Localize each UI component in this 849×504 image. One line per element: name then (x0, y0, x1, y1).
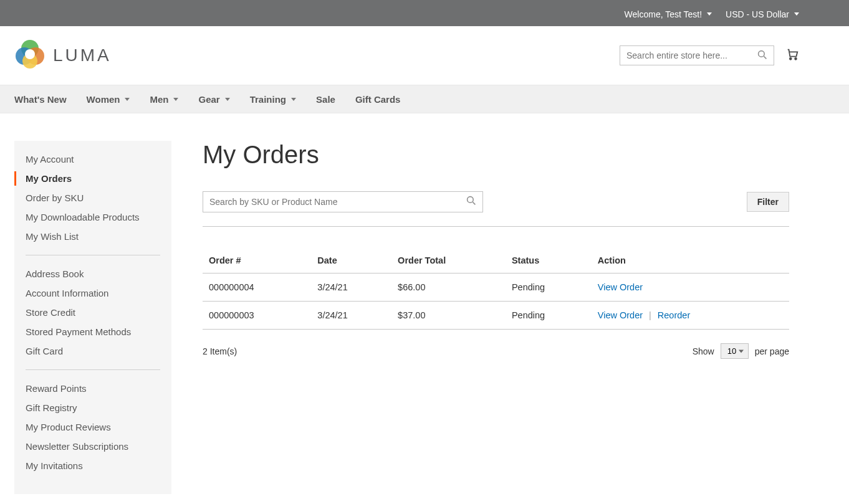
divider (26, 369, 160, 370)
table-row: 0000000043/24/21$66.00PendingView Order (203, 273, 789, 302)
main-nav: What's NewWomenMenGearTrainingSaleGift C… (0, 85, 849, 113)
svg-line-6 (764, 56, 766, 59)
currency-dropdown[interactable]: USD - US Dollar (726, 9, 799, 19)
column-header: Order # (203, 248, 311, 273)
logo-icon (14, 39, 46, 72)
cart-icon[interactable] (785, 47, 799, 64)
divider (203, 226, 789, 227)
column-header: Status (506, 248, 592, 273)
chevron-down-icon (291, 98, 296, 101)
cell-status: Pending (506, 302, 592, 330)
cell-action: View Order (592, 273, 789, 302)
separator: | (649, 310, 651, 320)
nav-item[interactable]: Sale (316, 94, 335, 105)
search-icon[interactable] (757, 50, 767, 62)
nav-item[interactable]: Men (150, 94, 178, 105)
nav-item[interactable]: Gift Cards (355, 94, 401, 105)
logo[interactable]: LUMA (14, 39, 112, 72)
global-search[interactable] (620, 45, 774, 65)
sidebar-item[interactable]: My Account (26, 150, 160, 169)
nav-item-label: Gear (198, 94, 219, 105)
sidebar-item[interactable]: Gift Registry (26, 398, 160, 417)
nav-item[interactable]: Women (87, 94, 130, 105)
sku-search[interactable] (203, 191, 483, 212)
cell-total: $66.00 (391, 273, 506, 302)
svg-point-9 (468, 197, 474, 203)
header-right (620, 45, 799, 65)
nav-item[interactable]: What's New (14, 94, 67, 105)
cell-total: $37.00 (391, 302, 506, 330)
search-icon[interactable] (466, 196, 476, 208)
sidebar-item[interactable]: Account Information (26, 283, 160, 303)
column-header: Order Total (391, 248, 506, 273)
nav-item-label: Men (150, 94, 168, 105)
nav-item-label: Training (250, 94, 286, 105)
nav-item-label: Gift Cards (355, 94, 401, 105)
sidebar-item[interactable]: My Orders (26, 169, 160, 188)
per-page-select-wrap: 10 (721, 343, 749, 359)
sidebar-item[interactable]: My Wish List (26, 227, 160, 246)
sidebar-item[interactable]: Address Book (26, 264, 160, 283)
sidebar-item[interactable]: Newsletter Subscriptions (26, 437, 160, 456)
sidebar-item[interactable]: Reward Points (26, 379, 160, 398)
nav-item-label: Women (87, 94, 120, 105)
column-header: Date (311, 248, 391, 273)
account-sidebar: My AccountMy OrdersOrder by SKUMy Downlo… (14, 141, 171, 494)
view-order-link[interactable]: View Order (598, 282, 643, 292)
nav-item-label: What's New (14, 94, 67, 105)
page-body: My AccountMy OrdersOrder by SKUMy Downlo… (0, 113, 849, 504)
brand-text: LUMA (53, 45, 112, 65)
filter-button[interactable]: Filter (747, 192, 789, 212)
svg-point-5 (759, 50, 765, 57)
chevron-down-icon (707, 12, 712, 16)
column-header: Action (592, 248, 789, 273)
cell-action: View Order|Reorder (592, 302, 789, 330)
svg-point-4 (25, 49, 35, 59)
currency-text: USD - US Dollar (726, 9, 789, 19)
sidebar-item[interactable]: My Downloadable Products (26, 207, 160, 227)
sku-search-input[interactable] (209, 197, 461, 207)
sidebar-item[interactable]: Store Credit (26, 303, 160, 322)
table-row: 0000000033/24/21$37.00PendingView Order|… (203, 302, 789, 330)
cell-order: 000000004 (203, 273, 311, 302)
svg-point-8 (795, 58, 797, 60)
chevron-down-icon (225, 98, 230, 101)
filter-row: Filter (203, 191, 789, 212)
sidebar-item[interactable]: My Invitations (26, 456, 160, 475)
welcome-dropdown[interactable]: Welcome, Test Test! (625, 9, 712, 19)
page-title: My Orders (203, 141, 789, 169)
svg-point-7 (790, 58, 792, 60)
nav-item-label: Sale (316, 94, 335, 105)
chevron-down-icon (173, 98, 178, 101)
toolbar: 2 Item(s) Show 10 per page (203, 343, 789, 359)
cell-order: 000000003 (203, 302, 311, 330)
welcome-text: Welcome, Test Test! (625, 9, 703, 19)
pager: Show 10 per page (693, 343, 789, 359)
nav-item[interactable]: Gear (198, 94, 229, 105)
cell-date: 3/24/21 (311, 273, 391, 302)
search-input[interactable] (626, 50, 757, 60)
main-content: My Orders Filter Order #DateOrder TotalS… (203, 141, 789, 359)
cell-date: 3/24/21 (311, 302, 391, 330)
cell-status: Pending (506, 273, 592, 302)
orders-table: Order #DateOrder TotalStatusAction 00000… (203, 248, 789, 330)
chevron-down-icon (125, 98, 130, 101)
sidebar-item[interactable]: Stored Payment Methods (26, 322, 160, 341)
nav-item[interactable]: Training (250, 94, 296, 105)
sidebar-item[interactable]: Gift Card (26, 341, 160, 361)
items-summary: 2 Item(s) (203, 346, 237, 356)
sidebar-item[interactable]: My Product Reviews (26, 417, 160, 437)
view-order-link[interactable]: View Order (598, 310, 643, 320)
header: LUMA (0, 26, 849, 85)
divider (26, 255, 160, 255)
topbar: Welcome, Test Test! USD - US Dollar (0, 0, 849, 26)
chevron-down-icon (794, 12, 799, 16)
per-page-suffix: per page (755, 346, 789, 356)
svg-line-10 (472, 202, 475, 204)
reorder-link[interactable]: Reorder (658, 310, 690, 320)
sidebar-item[interactable]: Order by SKU (26, 188, 160, 207)
per-page-select[interactable]: 10 (721, 343, 749, 359)
show-label: Show (693, 346, 714, 356)
